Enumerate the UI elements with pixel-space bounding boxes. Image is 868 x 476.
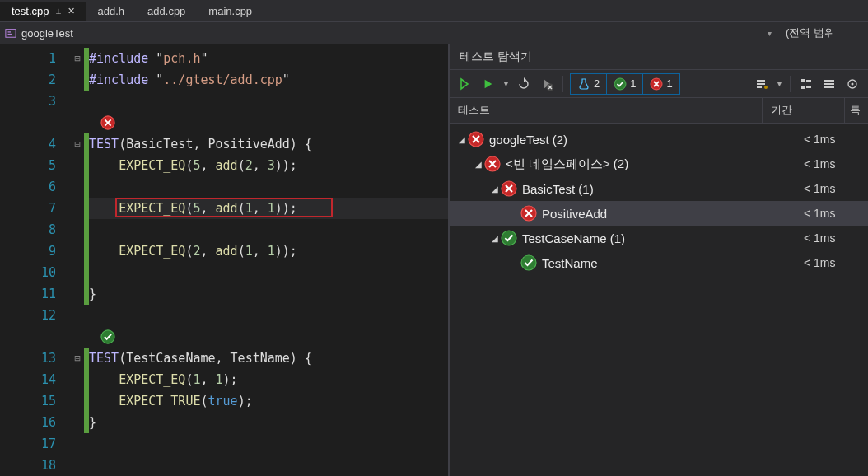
tab-main-cpp[interactable]: main.cpp bbox=[197, 2, 264, 21]
test-label: PositiveAdd bbox=[542, 207, 804, 221]
test-explorer-panel: 테스트 탐색기 ▼ 2 1 bbox=[448, 44, 868, 476]
fold-toggle bbox=[71, 305, 84, 326]
code-line[interactable]: EXPECT_EQ(2, add(1, 1)); bbox=[89, 240, 448, 262]
code-line[interactable]: EXPECT_TRUE(true); bbox=[89, 390, 448, 412]
code-line[interactable] bbox=[89, 262, 448, 283]
code-line[interactable]: #include "../gtest/add.cpp" bbox=[89, 69, 448, 91]
expand-toggle-icon[interactable]: ◢ bbox=[489, 184, 501, 194]
test-label: <빈 네임스페이스> (2) bbox=[506, 156, 804, 172]
panel-title: 테스트 탐색기 bbox=[450, 44, 868, 70]
svg-rect-15 bbox=[824, 83, 834, 85]
column-test[interactable]: 테스트 bbox=[450, 98, 763, 123]
test-tree-row[interactable]: PositiveAdd< 1ms bbox=[450, 201, 868, 226]
code-line[interactable] bbox=[89, 455, 448, 476]
column-trait[interactable]: 특 bbox=[845, 98, 868, 123]
check-circle-icon bbox=[614, 77, 627, 91]
line-number bbox=[0, 326, 71, 348]
dropdown-arrow-icon[interactable]: ▼ bbox=[502, 80, 510, 88]
code-line[interactable]: } bbox=[89, 412, 448, 433]
groupby-button[interactable] bbox=[797, 75, 815, 93]
badge-count: 1 bbox=[630, 77, 636, 90]
code-line[interactable]: EXPECT_EQ(5, add(1, 1)); bbox=[89, 198, 448, 219]
tab-label: test.cpp bbox=[12, 5, 49, 17]
svg-rect-0 bbox=[6, 30, 16, 38]
line-number: 10 bbox=[0, 262, 71, 283]
test-tree-row[interactable]: ◢TestCaseName (1)< 1ms bbox=[450, 226, 868, 250]
scope-global[interactable]: (전역 범위 bbox=[777, 26, 868, 40]
fold-toggle bbox=[71, 176, 84, 198]
tab-add-cpp[interactable]: add.cpp bbox=[136, 2, 197, 21]
code-line[interactable] bbox=[89, 326, 448, 348]
repeat-button[interactable] bbox=[515, 75, 533, 93]
column-headers: 테스트 기간 특 bbox=[450, 98, 868, 124]
expand-toggle-icon[interactable]: ◢ bbox=[489, 234, 501, 243]
svg-rect-8 bbox=[757, 86, 762, 88]
code-line[interactable]: EXPECT_EQ(5, add(2, 3)); bbox=[89, 155, 448, 176]
test-tree: ◢googleTest (2)< 1ms◢<빈 네임스페이스> (2)< 1ms… bbox=[450, 124, 868, 476]
code-line[interactable] bbox=[89, 219, 448, 240]
dropdown-arrow-icon[interactable]: ▼ bbox=[776, 80, 783, 88]
test-tree-row[interactable]: TestName< 1ms bbox=[450, 250, 868, 275]
code-area[interactable]: #include "pch.h"#include "../gtest/add.c… bbox=[89, 44, 448, 476]
test-tree-row[interactable]: ◢<빈 네임스페이스> (2)< 1ms bbox=[450, 152, 868, 176]
svg-point-18 bbox=[852, 82, 854, 85]
svg-rect-11 bbox=[801, 86, 805, 89]
line-number: 9 bbox=[0, 240, 71, 262]
line-number: 5 bbox=[0, 155, 71, 176]
code-line[interactable] bbox=[89, 91, 448, 112]
settings-button[interactable] bbox=[820, 75, 838, 93]
fold-toggle bbox=[71, 283, 84, 305]
svg-rect-16 bbox=[824, 86, 834, 88]
close-icon[interactable]: ✕ bbox=[68, 6, 75, 16]
run-all-button[interactable] bbox=[456, 75, 474, 93]
fold-toggle[interactable]: ⊟ bbox=[71, 348, 84, 369]
code-line[interactable] bbox=[89, 305, 448, 326]
tab-test-cpp[interactable]: test.cpp ⟂ ✕ bbox=[0, 2, 86, 21]
code-line[interactable]: TEST(TestCaseName, TestName) { bbox=[89, 348, 448, 369]
badge-pass[interactable]: 1 bbox=[607, 74, 643, 94]
options-button[interactable] bbox=[843, 75, 861, 93]
svg-point-9 bbox=[764, 86, 768, 89]
panel-toolbar: ▼ 2 1 1 bbox=[450, 70, 868, 98]
fold-toggle[interactable]: ⊟ bbox=[71, 133, 84, 155]
line-gutter: 123456789101112131415161718 bbox=[0, 44, 71, 476]
code-line[interactable]: } bbox=[89, 283, 448, 305]
tab-label: main.cpp bbox=[208, 5, 252, 17]
badge-total[interactable]: 2 bbox=[571, 74, 607, 94]
code-line[interactable] bbox=[89, 176, 448, 198]
test-tree-row[interactable]: ◢BasicTest (1)< 1ms bbox=[450, 176, 868, 201]
test-tree-row[interactable]: ◢googleTest (2)< 1ms bbox=[450, 127, 868, 152]
svg-rect-2 bbox=[8, 34, 12, 35]
expand-toggle-icon[interactable]: ◢ bbox=[456, 135, 468, 144]
code-line[interactable]: TEST(BasicTest, PositiveAdd) { bbox=[89, 133, 448, 155]
test-duration: < 1ms bbox=[804, 182, 861, 195]
test-count-badges: 2 1 1 bbox=[570, 73, 680, 95]
scope-dropdown[interactable]: googleTest ▾ bbox=[0, 27, 777, 40]
pin-icon[interactable]: ⟂ bbox=[56, 7, 61, 16]
column-duration[interactable]: 기간 bbox=[763, 98, 845, 123]
code-line[interactable] bbox=[89, 112, 448, 133]
stop-button[interactable] bbox=[538, 75, 556, 93]
flask-icon bbox=[577, 77, 590, 91]
svg-rect-7 bbox=[757, 83, 765, 85]
x-circle-icon bbox=[650, 77, 663, 91]
tab-add-h[interactable]: add.h bbox=[86, 2, 137, 21]
project-icon bbox=[5, 27, 16, 39]
badge-fail[interactable]: 1 bbox=[643, 74, 679, 94]
line-number: 11 bbox=[0, 283, 71, 305]
run-button[interactable] bbox=[479, 75, 497, 93]
fold-toggle bbox=[71, 326, 84, 348]
fail-icon bbox=[468, 131, 484, 147]
playlist-button[interactable] bbox=[753, 75, 771, 93]
code-line[interactable] bbox=[89, 433, 448, 455]
line-number: 4 bbox=[0, 133, 71, 155]
test-duration: < 1ms bbox=[804, 256, 861, 269]
fold-toggle[interactable]: ⊟ bbox=[71, 48, 84, 69]
expand-toggle-icon[interactable]: ◢ bbox=[473, 160, 484, 169]
code-editor[interactable]: 123456789101112131415161718 ⊟⊟⊟ #include… bbox=[0, 44, 448, 476]
test-label: TestCaseName (1) bbox=[522, 231, 804, 245]
code-line[interactable]: #include "pch.h" bbox=[89, 48, 448, 69]
line-number: 3 bbox=[0, 91, 71, 112]
badge-count: 1 bbox=[666, 77, 672, 90]
code-line[interactable]: EXPECT_EQ(1, 1); bbox=[89, 369, 448, 390]
